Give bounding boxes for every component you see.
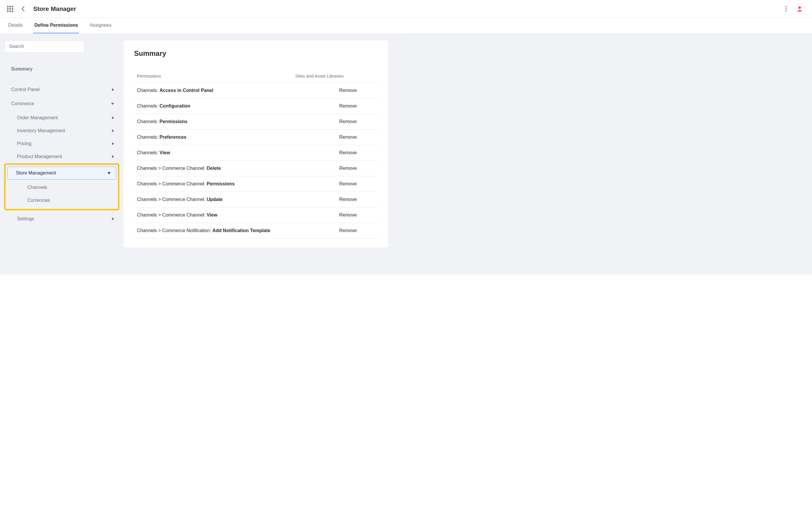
- remove-link[interactable]: Remove: [339, 134, 377, 140]
- sidebar-item-label: Order Management: [17, 115, 58, 120]
- remove-link[interactable]: Remove: [339, 212, 377, 218]
- permission-row: Channels: Access in Control PanelRemove: [134, 83, 377, 98]
- sidebar-summary-label: Summary: [11, 66, 33, 72]
- sidebar-item-label: Currencies: [27, 198, 50, 203]
- content-card: Summary Permissions Sites and Asset Libr…: [123, 40, 388, 247]
- top-header-left: Store Manager: [7, 5, 76, 12]
- permission-row: Channels: PreferencesRemove: [134, 129, 377, 145]
- sidebar-control-panel[interactable]: Control Panel: [4, 84, 119, 96]
- tabs: Details Define Permissions Assignees: [0, 18, 812, 33]
- chevron-left-icon: [21, 6, 25, 12]
- permission-row: Channels > Commerce Channel: ViewRemove: [134, 207, 377, 223]
- sidebar-item-label: Inventory Management: [17, 128, 65, 133]
- sidebar-item-label: Control Panel: [11, 87, 40, 92]
- svg-point-0: [799, 6, 801, 9]
- chevron-right-icon: [112, 88, 114, 91]
- permission-text: Channels > Commerce Channel: Update: [134, 196, 339, 203]
- permission-row: Channels: PermissionsRemove: [134, 114, 377, 129]
- summary-title: Summary: [134, 49, 377, 58]
- tab-define-permissions[interactable]: Define Permissions: [33, 18, 79, 33]
- search-input[interactable]: [5, 40, 84, 52]
- permission-row: Channels > Commerce Channel: DeleteRemov…: [134, 161, 377, 176]
- chevron-right-icon: [112, 129, 114, 132]
- permission-row: Channels > Commerce Notification: Add No…: [134, 223, 377, 239]
- sidebar-item-label: Channels: [27, 185, 47, 190]
- permission-text: Channels: Configuration: [134, 102, 339, 110]
- permission-text: Channels: Access in Control Panel: [134, 87, 339, 94]
- permissions-list: Channels: Access in Control PanelRemoveC…: [134, 83, 377, 239]
- permission-row: Channels > Commerce Channel: Permissions…: [134, 176, 377, 192]
- remove-link[interactable]: Remove: [339, 181, 377, 187]
- chevron-right-icon: [112, 217, 114, 220]
- content: Summary Permissions Sites and Asset Libr…: [123, 33, 812, 274]
- permission-text: Channels > Commerce Channel: View: [134, 212, 339, 219]
- permission-row: Channels: ViewRemove: [134, 145, 377, 161]
- sidebar-currencies[interactable]: Currencies: [7, 194, 116, 207]
- tab-details[interactable]: Details: [7, 18, 24, 33]
- page-title: Store Manager: [33, 5, 76, 12]
- col-sites: Sites and Asset Libraries: [295, 73, 377, 79]
- sidebar-channels[interactable]: Channels: [7, 181, 116, 193]
- top-header-right: [784, 3, 805, 14]
- sidebar: Summary Control Panel Commerce Order Man…: [0, 33, 123, 274]
- sidebar-store-management[interactable]: Store Management: [7, 167, 116, 180]
- permission-text: Channels > Commerce Channel: Delete: [134, 165, 339, 172]
- permission-text: Channels > Commerce Channel: Permissions: [134, 180, 339, 187]
- tab-assignees[interactable]: Assignees: [88, 18, 113, 33]
- permission-row: Channels > Commerce Channel: UpdateRemov…: [134, 192, 377, 207]
- user-avatar[interactable]: [794, 3, 805, 14]
- sidebar-item-label: Commerce: [11, 101, 34, 107]
- sidebar-pricing[interactable]: Pricing: [4, 138, 119, 150]
- sidebar-item-label: Pricing: [17, 141, 31, 146]
- remove-link[interactable]: Remove: [339, 150, 377, 155]
- permission-text: Channels: View: [134, 149, 339, 156]
- remove-link[interactable]: Remove: [339, 197, 377, 202]
- table-header: Permissions Sites and Asset Libraries: [134, 70, 377, 83]
- sidebar-commerce[interactable]: Commerce: [4, 97, 119, 110]
- permission-text: Channels: Permissions: [134, 118, 339, 125]
- permission-text: Channels: Preferences: [134, 134, 339, 141]
- sidebar-item-label: Product Management: [17, 154, 62, 159]
- sidebar-item-label: Store Management: [16, 171, 56, 176]
- remove-link[interactable]: Remove: [339, 103, 377, 109]
- sidebar-summary[interactable]: Summary: [4, 63, 119, 75]
- remove-link[interactable]: Remove: [339, 228, 377, 233]
- chevron-right-icon: [112, 116, 114, 119]
- sidebar-settings[interactable]: Settings: [4, 213, 119, 225]
- col-permissions: Permissions: [134, 73, 295, 79]
- kebab-menu-icon[interactable]: [784, 4, 788, 13]
- remove-link[interactable]: Remove: [339, 88, 377, 93]
- sidebar-order-management[interactable]: Order Management: [4, 112, 119, 124]
- sidebar-inventory-management[interactable]: Inventory Management: [4, 125, 119, 137]
- chevron-down-icon: [111, 103, 114, 105]
- main-layout: Summary Control Panel Commerce Order Man…: [0, 33, 812, 274]
- apps-grid-icon[interactable]: [7, 6, 13, 12]
- chevron-right-icon: [112, 142, 114, 145]
- back-button[interactable]: [20, 6, 26, 12]
- top-header: Store Manager: [0, 0, 812, 18]
- highlight-box: Store Management Channels Currencies: [4, 163, 119, 210]
- permission-row: Channels: ConfigurationRemove: [134, 98, 377, 114]
- chevron-down-icon: [108, 172, 111, 174]
- sidebar-item-label: Settings: [17, 216, 34, 221]
- permission-text: Channels > Commerce Notification: Add No…: [134, 227, 339, 234]
- remove-link[interactable]: Remove: [339, 166, 377, 171]
- person-icon: [797, 6, 802, 11]
- remove-link[interactable]: Remove: [339, 119, 377, 124]
- sidebar-product-management[interactable]: Product Management: [4, 150, 119, 163]
- chevron-right-icon: [112, 155, 114, 158]
